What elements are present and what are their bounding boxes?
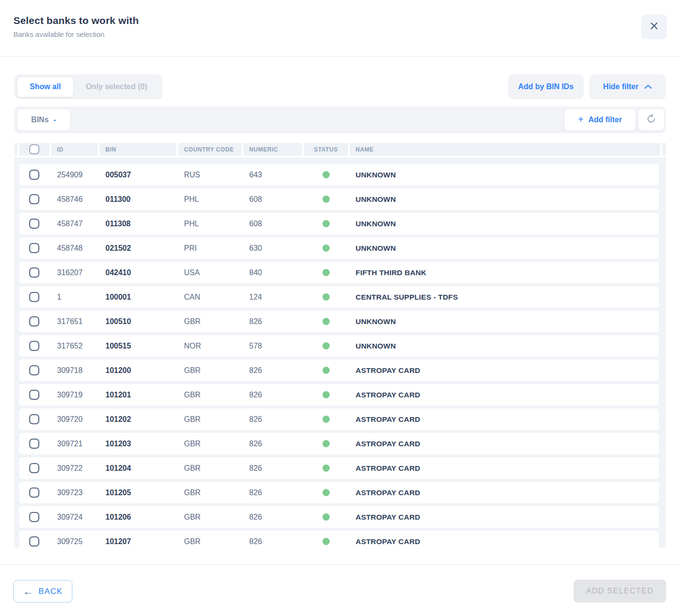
- row-checkbox[interactable]: [29, 292, 39, 302]
- table-row[interactable]: 309724101206GBR826ASTROPAY CARD: [19, 506, 659, 528]
- table-row[interactable]: 309720101202GBR826ASTROPAY CARD: [19, 408, 659, 430]
- cell-country-code: RUS: [178, 171, 242, 179]
- row-checkbox-cell: [19, 341, 49, 351]
- tab-only-selected[interactable]: Only selected (0): [73, 77, 160, 97]
- table-row[interactable]: 309721101203GBR826ASTROPAY CARD: [19, 433, 659, 454]
- row-checkbox-cell: [19, 267, 49, 278]
- table-row[interactable]: 458747011308PHL608UNKNOWN: [19, 213, 659, 234]
- bins-filter-chip[interactable]: BINs -: [17, 109, 70, 130]
- cell-bin: 101200: [100, 366, 176, 375]
- cell-id: 458747: [51, 220, 98, 228]
- table-row[interactable]: 309723101205GBR826ASTROPAY CARD: [19, 482, 659, 503]
- row-checkbox[interactable]: [29, 512, 39, 522]
- table-row[interactable]: 316207042410USA840FIFTH THIRD BANK: [19, 262, 659, 283]
- cell-id: 458748: [51, 244, 98, 253]
- cell-status: [304, 391, 348, 398]
- cell-bin: 101205: [100, 488, 176, 497]
- table-row[interactable]: 458746011300PHL608UNKNOWN: [19, 188, 659, 210]
- status-active-dot: [323, 244, 330, 252]
- column-header-numeric[interactable]: NUMERIC: [243, 143, 302, 156]
- cell-status: [304, 489, 348, 496]
- cell-bin: 101201: [100, 391, 176, 399]
- column-header-status[interactable]: STATUS: [304, 143, 348, 156]
- row-checkbox-cell: [19, 390, 49, 400]
- cell-numeric: 826: [243, 415, 302, 424]
- cell-status: [304, 220, 348, 227]
- cell-name: ASTROPAY CARD: [350, 537, 659, 546]
- table-row[interactable]: 309725101207GBR826ASTROPAY CARD: [19, 531, 659, 548]
- row-checkbox[interactable]: [29, 170, 39, 180]
- header-spacer: [662, 143, 666, 156]
- table-row[interactable]: 309719101201GBR826ASTROPAY CARD: [19, 384, 659, 406]
- row-checkbox[interactable]: [29, 488, 39, 498]
- cell-status: [304, 171, 348, 178]
- table-row[interactable]: 309722101204GBR826ASTROPAY CARD: [19, 457, 659, 479]
- hide-filter-button[interactable]: Hide filter: [589, 74, 666, 99]
- filter-bar: BINs - + Add filter: [14, 106, 666, 133]
- column-header-id[interactable]: ID: [51, 143, 98, 156]
- cell-id: 254909: [51, 171, 98, 179]
- cell-country-code: GBR: [178, 513, 242, 522]
- row-checkbox-cell: [19, 243, 49, 253]
- cell-numeric: 630: [243, 244, 302, 253]
- page-subtitle: Banks available for selection: [13, 30, 104, 38]
- cell-name: UNKNOWN: [350, 317, 659, 326]
- page-title: Select banks to work with: [13, 15, 139, 26]
- cell-name: UNKNOWN: [350, 244, 659, 253]
- cell-name: ASTROPAY CARD: [350, 464, 659, 473]
- bins-filter-value: -: [54, 116, 56, 124]
- table-row[interactable]: 317652100515NOR578UNKNOWN: [19, 335, 659, 357]
- row-checkbox[interactable]: [29, 463, 39, 473]
- column-header-country-code[interactable]: COUNTRY CODE: [178, 143, 242, 156]
- table-row[interactable]: 317651100510GBR826UNKNOWN: [19, 311, 659, 332]
- add-by-bin-ids-button[interactable]: Add by BIN IDs: [508, 74, 584, 99]
- cell-bin: 101204: [100, 464, 176, 473]
- cell-name: UNKNOWN: [350, 342, 659, 350]
- row-checkbox[interactable]: [29, 219, 39, 229]
- add-selected-button[interactable]: ADD SELECTED: [574, 580, 666, 603]
- row-checkbox[interactable]: [29, 439, 39, 449]
- row-checkbox[interactable]: [29, 243, 39, 253]
- cell-status: [304, 367, 348, 374]
- close-button[interactable]: [641, 14, 667, 39]
- cell-name: ASTROPAY CARD: [350, 440, 659, 448]
- table-row[interactable]: 254909005037RUS643UNKNOWN: [19, 164, 659, 186]
- cell-country-code: USA: [178, 268, 242, 277]
- row-checkbox[interactable]: [29, 390, 39, 400]
- select-all-checkbox[interactable]: [29, 144, 39, 154]
- cell-name: ASTROPAY CARD: [350, 366, 659, 375]
- cell-country-code: GBR: [178, 488, 242, 497]
- row-checkbox-cell: [19, 219, 49, 229]
- cell-name: ASTROPAY CARD: [350, 391, 659, 399]
- cell-country-code: GBR: [178, 391, 242, 399]
- bins-filter-label: BINs: [31, 116, 48, 124]
- cell-country-code: PRI: [178, 244, 242, 253]
- table-row[interactable]: 1100001CAN124CENTRAL SUPPLIES - TDFS: [19, 286, 659, 308]
- row-checkbox[interactable]: [29, 365, 39, 375]
- cell-status: [304, 416, 348, 423]
- table-row[interactable]: 458748021502PRI630UNKNOWN: [19, 237, 659, 259]
- back-button[interactable]: ← BACK: [13, 580, 72, 603]
- cell-status: [304, 538, 348, 545]
- cell-status: [304, 440, 348, 447]
- cell-status: [304, 513, 348, 521]
- column-header-bin[interactable]: BIN: [100, 143, 176, 156]
- cell-status: [304, 318, 348, 325]
- reset-filters-button[interactable]: [638, 109, 664, 130]
- row-checkbox[interactable]: [29, 414, 39, 424]
- column-header-name[interactable]: NAME: [350, 143, 660, 156]
- row-checkbox[interactable]: [29, 536, 39, 546]
- row-checkbox[interactable]: [29, 341, 39, 351]
- status-active-dot: [323, 538, 330, 545]
- add-filter-button[interactable]: + Add filter: [565, 109, 635, 130]
- status-active-dot: [323, 269, 330, 276]
- tab-show-all[interactable]: Show all: [17, 77, 73, 97]
- row-checkbox[interactable]: [29, 316, 39, 326]
- status-active-dot: [323, 220, 330, 227]
- status-active-dot: [323, 293, 330, 301]
- status-active-dot: [323, 196, 330, 203]
- row-checkbox-cell: [19, 194, 49, 204]
- row-checkbox[interactable]: [29, 267, 39, 278]
- row-checkbox[interactable]: [29, 194, 39, 204]
- table-row[interactable]: 309718101200GBR826ASTROPAY CARD: [19, 360, 659, 381]
